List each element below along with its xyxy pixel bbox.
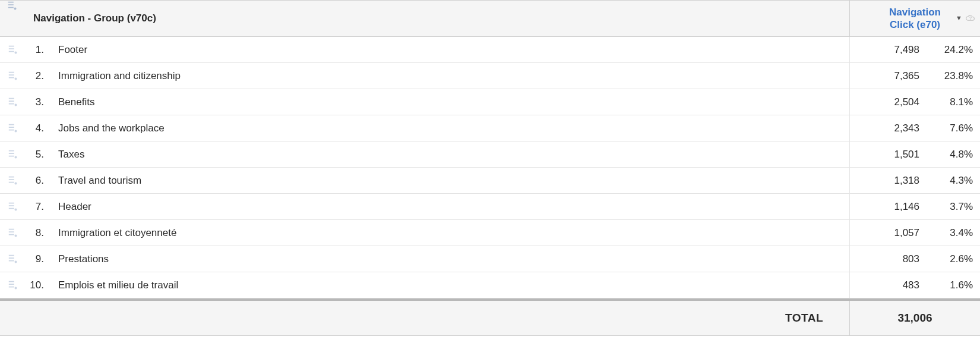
row-rank: 1. bbox=[26, 37, 51, 62]
row-metric-percent: 2.6% bbox=[927, 246, 980, 272]
row-dimension-value[interactable]: Emplois et milieu de travail bbox=[51, 272, 849, 298]
row-dimension-value[interactable]: Immigration et citoyenneté bbox=[51, 220, 849, 246]
row-metric-percent: 1.6% bbox=[927, 272, 980, 298]
dimension-column-label: Navigation - Group (v70c) bbox=[33, 12, 156, 24]
breakdown-icon bbox=[8, 228, 18, 238]
svg-point-4 bbox=[15, 103, 17, 106]
row-metric-percent: 3.4% bbox=[927, 220, 980, 246]
table-row[interactable]: 8.Immigration et citoyenneté1,0573.4% bbox=[0, 220, 980, 246]
breakdown-icon bbox=[8, 254, 18, 265]
table-row[interactable]: 1.Footer7,49824.2% bbox=[0, 37, 980, 63]
svg-point-9 bbox=[15, 234, 17, 237]
svg-point-0 bbox=[14, 8, 17, 10]
svg-point-3 bbox=[15, 77, 17, 80]
breakdown-icon bbox=[8, 97, 18, 108]
svg-point-11 bbox=[15, 287, 17, 289]
breakdown-icon bbox=[8, 175, 18, 186]
row-metric-value: 803 bbox=[849, 246, 927, 272]
row-metric-value: 1,146 bbox=[849, 194, 927, 219]
svg-point-10 bbox=[15, 260, 17, 263]
row-breakdown-icon-cell[interactable] bbox=[0, 37, 26, 62]
dimension-column-header[interactable]: Navigation - Group (v70c) bbox=[26, 1, 849, 36]
row-metric-value: 7,365 bbox=[849, 63, 927, 89]
table-row[interactable]: 3.Benefits2,5048.1% bbox=[0, 89, 980, 115]
breakdown-icon bbox=[8, 71, 18, 81]
svg-point-6 bbox=[15, 156, 17, 158]
row-breakdown-icon-cell[interactable] bbox=[0, 168, 26, 193]
row-metric-percent: 4.3% bbox=[927, 168, 980, 193]
row-metric-value: 1,318 bbox=[849, 168, 927, 193]
row-rank: 2. bbox=[26, 63, 51, 89]
breakdown-icon bbox=[8, 123, 18, 134]
row-metric-value: 483 bbox=[849, 272, 927, 298]
row-metric-percent: 3.7% bbox=[927, 194, 980, 219]
total-value: 31,006 bbox=[897, 312, 932, 325]
row-rank: 7. bbox=[26, 194, 51, 219]
row-breakdown-icon-cell[interactable] bbox=[0, 63, 26, 89]
metric-column-label: Navigation Click (e70) bbox=[889, 6, 941, 32]
row-rank: 8. bbox=[26, 220, 51, 246]
row-dimension-value[interactable]: Travel and tourism bbox=[51, 168, 849, 193]
row-metric-value: 1,057 bbox=[849, 220, 927, 246]
row-rank: 6. bbox=[26, 168, 51, 193]
breakdown-icon bbox=[8, 280, 18, 291]
breakdown-icon bbox=[7, 1, 18, 11]
dimension-breakdown-header-icon-cell[interactable] bbox=[0, 1, 26, 36]
row-rank: 4. bbox=[26, 115, 51, 141]
row-metric-value: 7,498 bbox=[849, 37, 927, 62]
breakdown-icon bbox=[8, 149, 18, 160]
help-cloud-icon[interactable]: ? bbox=[966, 14, 975, 23]
row-breakdown-icon-cell[interactable] bbox=[0, 220, 26, 246]
table-row[interactable]: 6.Travel and tourism1,3184.3% bbox=[0, 168, 980, 194]
row-dimension-value[interactable]: Immigration and citizenship bbox=[51, 63, 849, 89]
row-dimension-value[interactable]: Taxes bbox=[51, 141, 849, 167]
table-header-row: Navigation - Group (v70c) Navigation Cli… bbox=[0, 0, 980, 37]
metric-column-header[interactable]: Navigation Click (e70) ▼ ? bbox=[849, 1, 980, 36]
row-metric-percent: 24.2% bbox=[927, 37, 980, 62]
row-dimension-value[interactable]: Footer bbox=[51, 37, 849, 62]
row-metric-percent: 4.8% bbox=[927, 141, 980, 167]
total-label: TOTAL bbox=[785, 312, 823, 325]
table-row[interactable]: 5.Taxes1,5014.8% bbox=[0, 141, 980, 168]
row-metric-value: 1,501 bbox=[849, 141, 927, 167]
svg-text:?: ? bbox=[969, 15, 972, 21]
row-dimension-value[interactable]: Prestations bbox=[51, 246, 849, 272]
row-breakdown-icon-cell[interactable] bbox=[0, 194, 26, 219]
total-label-cell: TOTAL bbox=[0, 301, 849, 335]
row-dimension-value[interactable]: Benefits bbox=[51, 89, 849, 115]
sort-desc-icon: ▼ bbox=[956, 14, 962, 23]
table-row[interactable]: 10.Emplois et milieu de travail4831.6% bbox=[0, 272, 980, 298]
row-dimension-value[interactable]: Header bbox=[51, 194, 849, 219]
svg-point-8 bbox=[15, 208, 17, 210]
row-breakdown-icon-cell[interactable] bbox=[0, 272, 26, 298]
row-rank: 10. bbox=[26, 272, 51, 298]
row-rank: 5. bbox=[26, 141, 51, 167]
table-row[interactable]: 4.Jobs and the workplace2,3437.6% bbox=[0, 115, 980, 141]
table-total-row: TOTAL 31,006 bbox=[0, 301, 980, 336]
row-breakdown-icon-cell[interactable] bbox=[0, 115, 26, 141]
svg-point-5 bbox=[15, 130, 17, 132]
row-metric-percent: 23.8% bbox=[927, 63, 980, 89]
row-rank: 3. bbox=[26, 89, 51, 115]
row-metric-value: 2,504 bbox=[849, 89, 927, 115]
breakdown-icon bbox=[8, 45, 18, 55]
table-row[interactable]: 2.Immigration and citizenship7,36523.8% bbox=[0, 63, 980, 89]
row-metric-value: 2,343 bbox=[849, 115, 927, 141]
total-value-cell: 31,006 bbox=[849, 301, 980, 335]
table-row[interactable]: 9.Prestations8032.6% bbox=[0, 246, 980, 272]
svg-point-2 bbox=[15, 51, 17, 54]
row-breakdown-icon-cell[interactable] bbox=[0, 246, 26, 272]
row-breakdown-icon-cell[interactable] bbox=[0, 141, 26, 167]
table-body: 1.Footer7,49824.2%2.Immigration and citi… bbox=[0, 37, 980, 298]
svg-point-7 bbox=[15, 182, 17, 184]
row-dimension-value[interactable]: Jobs and the workplace bbox=[51, 115, 849, 141]
row-metric-percent: 7.6% bbox=[927, 115, 980, 141]
row-rank: 9. bbox=[26, 246, 51, 272]
table-row[interactable]: 7.Header1,1463.7% bbox=[0, 194, 980, 220]
breakdown-icon bbox=[8, 202, 18, 212]
row-metric-percent: 8.1% bbox=[927, 89, 980, 115]
row-breakdown-icon-cell[interactable] bbox=[0, 89, 26, 115]
analytics-table: Navigation - Group (v70c) Navigation Cli… bbox=[0, 0, 980, 336]
